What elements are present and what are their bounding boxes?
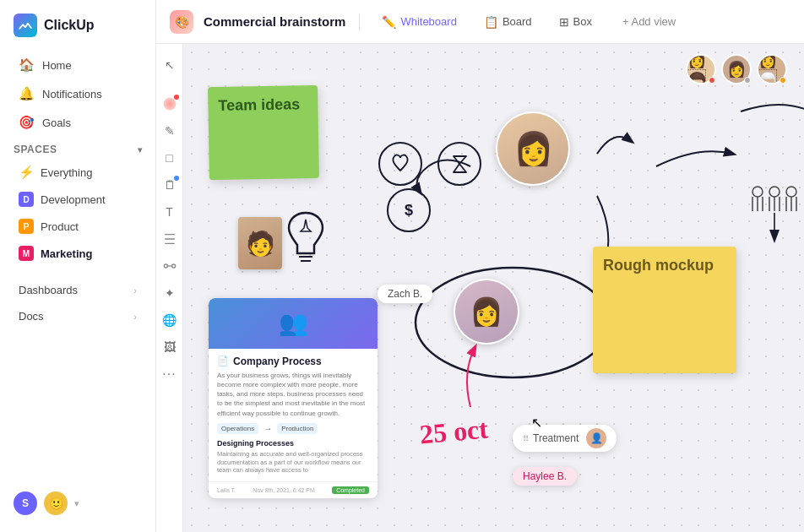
tab-whiteboard[interactable]: ✏️ Whiteboard <box>373 11 464 33</box>
add-view-button[interactable]: + Add view <box>614 11 684 32</box>
svg-point-1 <box>164 264 167 268</box>
heart-circle <box>378 141 424 191</box>
sidebar-item-dashboards[interactable]: Dashboards › <box>5 278 150 302</box>
sidebar-item-development[interactable]: D Development <box>5 187 150 212</box>
box-icon: ⊞ <box>559 15 569 29</box>
tab-board-label: Board <box>502 15 532 28</box>
tab-board[interactable]: 📋 Board <box>475 11 541 33</box>
date-handwritten: 25 oct <box>419 414 490 451</box>
label-treatment-text: Treatment <box>533 432 579 444</box>
svg-text:$: $ <box>405 202 413 219</box>
avatar-1-status <box>709 77 715 84</box>
breadcrumb-icon: 🎨 <box>170 10 193 34</box>
doc-card-header-image: 👥 <box>209 298 378 349</box>
sticky-note-team-ideas[interactable]: Team ideas <box>208 85 319 180</box>
sidebar-item-marketing[interactable]: M Marketing <box>5 241 150 266</box>
app-name: ClickUp <box>44 18 95 33</box>
everything-label: Everything <box>41 166 92 179</box>
dashboards-chevron-icon: › <box>133 285 137 296</box>
sticky-note-rough-mockup[interactable]: Rough mockup <box>593 247 736 373</box>
lightbulb-drawing <box>280 204 331 275</box>
doc-flow-to: Production <box>277 423 318 434</box>
tool-text[interactable]: T <box>159 201 181 223</box>
page-title: Commercial brainstorm <box>204 14 345 29</box>
tool-shape[interactable]: □ <box>159 147 181 169</box>
avatar-1-wrap: 👩🦱 <box>686 54 716 84</box>
sidebar-item-docs[interactable]: Docs › <box>5 304 150 328</box>
spaces-header: Spaces ▾ <box>0 137 155 159</box>
sidebar-bottom: S 🙂 ▾ <box>0 485 155 522</box>
tab-whiteboard-label: Whiteboard <box>400 15 456 28</box>
doc-flow-from: Operations <box>217 423 258 434</box>
treatment-drag-icon: ⠿ <box>523 434 529 443</box>
avatar-3-wrap: 👩🦳 <box>757 54 787 84</box>
sidebar-item-everything[interactable]: ⚡ Everything <box>5 160 150 185</box>
goals-icon: 🎯 <box>19 115 34 130</box>
drawing-toolbar: ↖ ✎ □ 🗒 T ✦ 🌐 🖼 ··· <box>156 44 183 532</box>
doc-card-text: As your business grows, things will inev… <box>217 371 369 418</box>
docs-label: Docs <box>19 310 44 323</box>
avatar-3-status <box>780 77 786 84</box>
hourglass-circle <box>437 141 483 191</box>
doc-author: Laila T. <box>217 487 236 493</box>
nav-goals[interactable]: 🎯 Goals <box>5 109 150 136</box>
nav-home-label: Home <box>42 59 72 72</box>
marketing-label: Marketing <box>41 247 92 260</box>
whiteboard-canvas[interactable]: Team ideas $ <box>183 44 804 532</box>
nav-notifications-label: Notifications <box>42 88 102 100</box>
doc-card-flow: Operations → Production <box>217 423 369 434</box>
development-label: Development <box>41 193 106 206</box>
svg-point-8 <box>379 143 421 185</box>
home-icon: 🏠 <box>19 57 34 73</box>
dashboards-label: Dashboards <box>19 284 78 296</box>
bell-icon: 🔔 <box>19 86 34 101</box>
tool-connect[interactable] <box>159 255 181 277</box>
label-haylee-text: Haylee B. <box>523 470 567 482</box>
avatar-2-wrap: 👩 <box>721 54 752 84</box>
date-text: 25 oct <box>419 414 490 450</box>
logo-area: ClickUp <box>0 10 155 51</box>
tool-sticky[interactable]: 🗒 <box>159 174 181 196</box>
tool-draw-gradient[interactable] <box>159 93 181 115</box>
svg-point-6 <box>769 187 780 197</box>
tool-media[interactable]: 🖼 <box>159 336 181 358</box>
flow-arrow-icon: → <box>263 424 272 433</box>
avatar-2-status <box>744 77 751 84</box>
tool-integration[interactable]: ✦ <box>159 282 181 304</box>
document-card[interactable]: 👥 📄 Company Process As your business gro… <box>209 298 378 498</box>
svg-point-5 <box>752 187 763 197</box>
doc-card-title-row: 📄 Company Process <box>217 356 369 367</box>
development-badge: D <box>19 192 34 207</box>
nav-notifications[interactable]: 🔔 Notifications <box>5 80 150 107</box>
doc-card-footer: Laila T. Nov 8th, 2021, 6:42 PM Complete… <box>209 481 378 498</box>
clickup-logo-icon <box>14 14 37 37</box>
user-avatar: 🙂 <box>44 491 68 515</box>
product-label: Product <box>41 220 79 233</box>
doc-section-title: Designing Processes <box>217 439 369 448</box>
doc-card-title: Company Process <box>233 356 322 367</box>
canvas-wrap: ↖ ✎ □ 🗒 T ✦ 🌐 🖼 ··· <box>156 44 804 532</box>
header-divider <box>359 14 360 30</box>
chevron-down-icon: ▾ <box>138 145 143 155</box>
tool-select[interactable]: ↖ <box>159 54 181 76</box>
doc-section-text: Maintaining as accurate and well-organiz… <box>217 450 369 475</box>
user-avatar-s: S <box>14 491 37 515</box>
label-zach[interactable]: Zach B. <box>378 285 432 303</box>
tool-more[interactable]: ··· <box>159 363 181 385</box>
dollar-circle: $ <box>386 187 432 237</box>
tool-transform[interactable] <box>159 228 181 250</box>
label-treatment[interactable]: ⠿ Treatment 👤 <box>513 425 617 452</box>
product-badge: P <box>19 219 34 234</box>
add-view-label: + Add view <box>622 15 676 28</box>
marketing-badge: M <box>19 246 34 261</box>
board-icon: 📋 <box>484 15 498 29</box>
nav-home[interactable]: 🏠 Home <box>5 52 150 79</box>
tool-pencil[interactable]: ✎ <box>159 120 181 142</box>
whiteboard-icon: ✏️ <box>382 15 396 29</box>
label-haylee[interactable]: Haylee B. <box>513 467 577 486</box>
tool-globe[interactable]: 🌐 <box>159 309 181 331</box>
tab-box[interactable]: ⊞ Box <box>551 11 600 33</box>
sidebar-item-product[interactable]: P Product <box>5 214 150 239</box>
label-zach-text: Zach B. <box>388 288 422 300</box>
nav-goals-label: Goals <box>42 117 71 129</box>
